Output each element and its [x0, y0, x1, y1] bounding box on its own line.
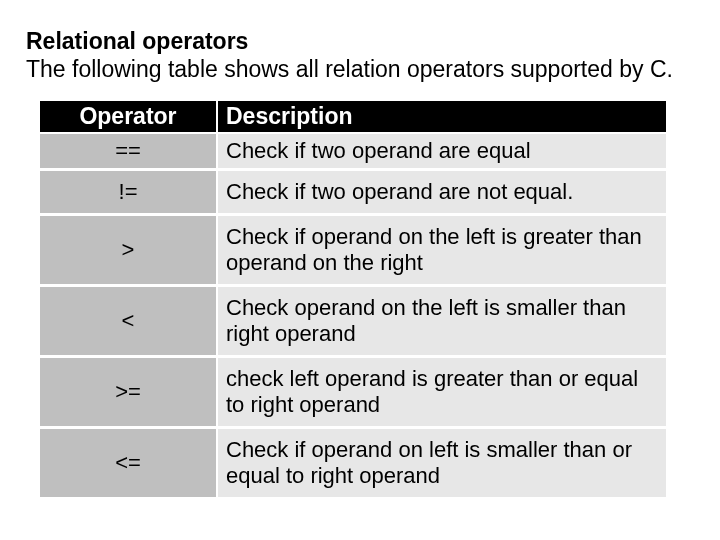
table-row: < Check operand on the left is smaller t…	[40, 286, 667, 357]
table-row: >= check left operand is greater than or…	[40, 356, 667, 427]
operator-cell: ==	[40, 133, 217, 169]
operator-cell: >	[40, 215, 217, 286]
description-cell: check left operand is greater than or eq…	[217, 356, 667, 427]
table-header-operator: Operator	[40, 101, 217, 133]
operator-cell: <	[40, 286, 217, 357]
description-cell: Check if operand on the left is greater …	[217, 215, 667, 286]
table-header-description: Description	[217, 101, 667, 133]
operator-cell: <=	[40, 427, 217, 496]
operators-table: Operator Description == Check if two ope…	[40, 101, 668, 497]
table-row: > Check if operand on the left is greate…	[40, 215, 667, 286]
table-row: == Check if two operand are equal	[40, 133, 667, 169]
page-title: Relational operators	[26, 28, 694, 56]
operator-cell: >=	[40, 356, 217, 427]
description-cell: Check if two operand are not equal.	[217, 170, 667, 215]
intro-text: The following table shows all relation o…	[26, 56, 694, 84]
description-cell: Check if operand on left is smaller than…	[217, 427, 667, 496]
description-cell: Check if two operand are equal	[217, 133, 667, 169]
description-cell: Check operand on the left is smaller tha…	[217, 286, 667, 357]
operator-cell: !=	[40, 170, 217, 215]
table-row: <= Check if operand on left is smaller t…	[40, 427, 667, 496]
table-row: != Check if two operand are not equal.	[40, 170, 667, 215]
